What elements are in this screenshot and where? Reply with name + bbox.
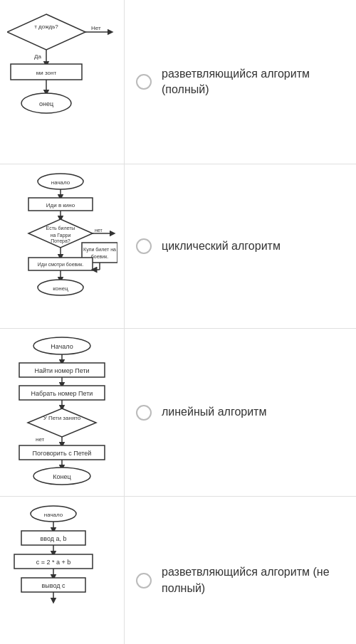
svg-text:Набрать номер Пети: Набрать номер Пети — [31, 390, 93, 397]
svg-text:Поговорить с Петей: Поговорить с Петей — [32, 450, 91, 457]
svg-text:вывод c: вывод c — [41, 582, 65, 589]
svg-text:нет: нет — [36, 436, 45, 443]
svg-text:Конец: Конец — [53, 473, 70, 480]
svg-text:т дождь?: т дождь? — [34, 23, 58, 30]
svg-marker-0 — [7, 14, 85, 50]
chart-svg-2: начало Иди в кино Есть билеты на Гарри П… — [7, 171, 117, 321]
chart-panel-4: начало ввод a, b c = 2 * a + b вывод c — [0, 497, 125, 644]
svg-text:Начало: Начало — [51, 343, 73, 350]
answer-panel-3: линейный алгоритм — [125, 329, 356, 496]
answer-panel-4: разветвляющийся алгоритм (не полный) — [125, 497, 356, 644]
svg-text:Да: Да — [34, 53, 41, 60]
chart-svg-1: т дождь? Нет Да ми зонт онец — [7, 7, 117, 157]
chart-panel-2: начало Иди в кино Есть билеты на Гарри П… — [0, 164, 125, 328]
svg-text:ми зонт: ми зонт — [36, 70, 56, 76]
quiz-row-4: начало ввод a, b c = 2 * a + b вывод c — [0, 497, 356, 644]
radio-2[interactable] — [136, 238, 152, 254]
svg-text:онец: онец — [38, 100, 53, 107]
svg-text:Иди смотри боевик.: Иди смотри боевик. — [37, 262, 83, 268]
svg-text:на Гарри: на Гарри — [50, 233, 70, 238]
svg-text:начало: начало — [43, 512, 63, 518]
svg-text:Иди в кино: Иди в кино — [46, 202, 75, 208]
svg-text:ввод a, b: ввод a, b — [40, 535, 66, 542]
quiz-row-3: Начало Найти номер Пети Набрать номер Пе… — [0, 329, 356, 497]
svg-text:конец: конец — [53, 285, 68, 292]
answer-label-2: циклический алгоритм — [162, 238, 281, 254]
svg-text:Найти номер Пети: Найти номер Пети — [34, 367, 89, 374]
chart-svg-4: начало ввод a, b c = 2 * a + b вывод c — [7, 504, 117, 644]
svg-text:Нет: Нет — [91, 25, 101, 31]
quiz-row-1: т дождь? Нет Да ми зонт онец — [0, 0, 356, 164]
answer-label-3: линейный алгоритм — [162, 404, 266, 420]
chart-panel-1: т дождь? Нет Да ми зонт онец — [0, 0, 125, 164]
svg-text:Есть билеты: Есть билеты — [46, 226, 75, 231]
chart-svg-3: Начало Найти номер Пети Набрать номер Пе… — [7, 336, 117, 489]
answer-label-4: разветвляющийся алгоритм (не полный) — [162, 564, 345, 596]
svg-marker-43 — [28, 408, 96, 437]
svg-text:У Пети занято: У Пети занято — [43, 415, 80, 421]
svg-text:c = 2 * a + b: c = 2 * a + b — [36, 559, 70, 566]
svg-text:боевик.: боевик. — [90, 254, 108, 259]
chart-panel-3: Начало Найти номер Пети Набрать номер Пе… — [0, 329, 125, 496]
svg-text:Купи билет на: Купи билет на — [83, 247, 116, 253]
radio-1[interactable] — [136, 74, 152, 90]
answer-panel-1: разветвляющийся алгоритм (полный) — [125, 0, 356, 164]
quiz-container: т дождь? Нет Да ми зонт онец — [0, 0, 356, 644]
svg-text:нет: нет — [95, 228, 103, 233]
radio-4[interactable] — [136, 573, 152, 588]
quiz-row-2: начало Иди в кино Есть билеты на Гарри П… — [0, 164, 356, 329]
answer-label-1: разветвляющийся алгоритм (полный) — [162, 66, 345, 98]
svg-text:Потера?: Потера? — [51, 238, 70, 244]
answer-panel-2: циклический алгоритм — [125, 164, 356, 328]
svg-text:начало: начало — [51, 179, 70, 186]
radio-3[interactable] — [136, 405, 152, 421]
